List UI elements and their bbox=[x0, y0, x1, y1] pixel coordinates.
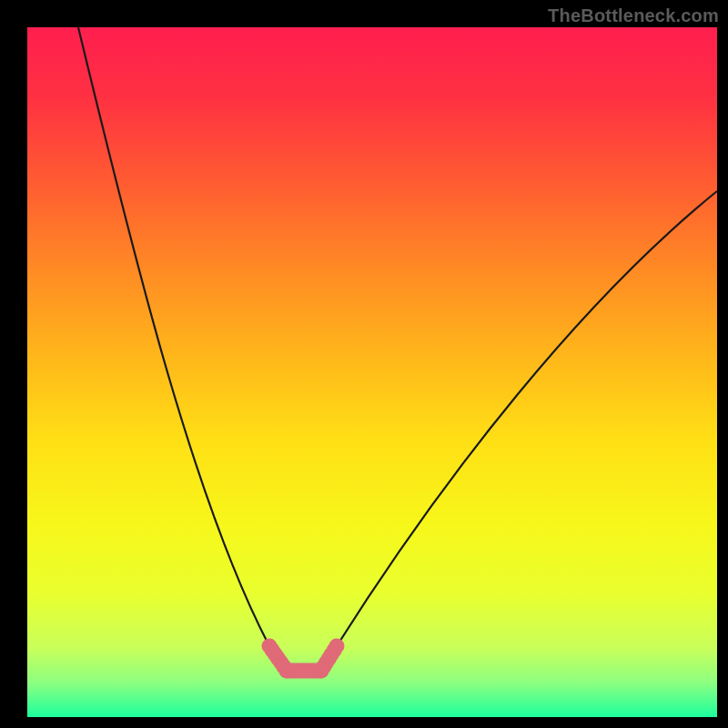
watermark-text: TheBottleneck.com bbox=[548, 5, 719, 26]
optimal-marker-dot bbox=[279, 663, 295, 679]
plot-background bbox=[27, 27, 717, 717]
chart-stage: TheBottleneck.com bbox=[0, 0, 728, 728]
chart-svg bbox=[0, 0, 728, 728]
optimal-marker-dot bbox=[314, 663, 329, 679]
